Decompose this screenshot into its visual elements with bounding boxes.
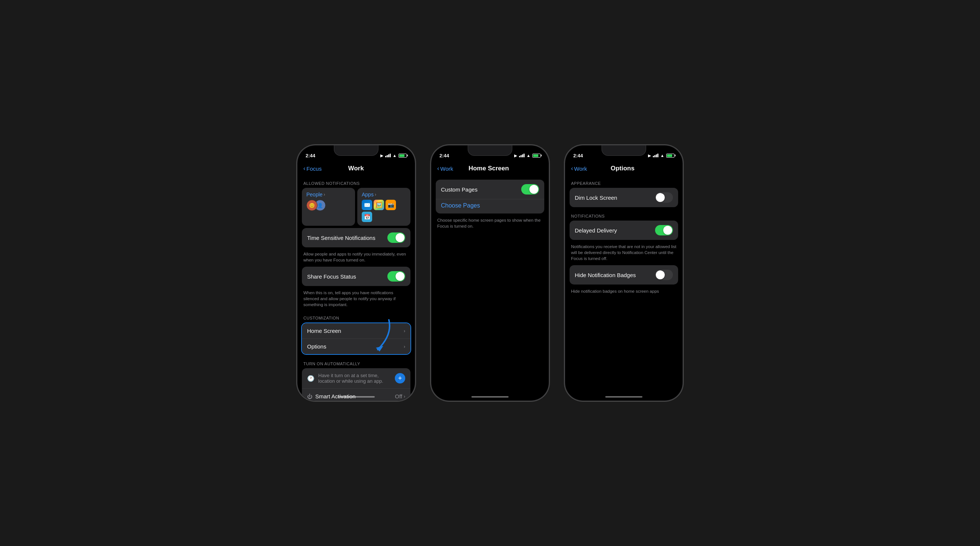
app-icons-row: ✉️ 🖼️ 📷 📅 <box>362 200 406 222</box>
share-focus-label: Share Focus Status <box>307 273 387 280</box>
avatar-1: 😊 <box>306 200 318 211</box>
iphone-3: 2:44 ▶ ▲ ‹ Work Options <box>564 145 683 401</box>
status-time-3: 2:44 <box>573 153 583 158</box>
hide-badges-label: Hide Notification Badges <box>575 272 655 278</box>
allowed-row: People › 😊 👤 Apps › ✉️ <box>302 188 410 226</box>
home-indicator-3 <box>605 396 643 398</box>
scroll-content-1[interactable]: ALLOWED NOTIFICATIONS People › 😊 👤 <box>298 177 415 401</box>
hide-badges-card: Hide Notification Badges <box>570 265 678 285</box>
back-label-1: Focus <box>306 166 321 172</box>
back-button-3[interactable]: ‹ Work <box>571 165 587 172</box>
location-icon-2: ▶ <box>514 154 517 158</box>
notifications-card: Delayed Delivery <box>570 221 678 240</box>
page-title-3: Options <box>611 165 634 172</box>
status-icons-1: ▶ ▲ <box>380 153 407 158</box>
location-icon: ▶ <box>380 154 383 158</box>
hide-badges-desc: Hide notification badges on home screen … <box>565 287 682 298</box>
people-chevron: › <box>324 192 325 197</box>
back-label-2: Work <box>440 166 453 172</box>
custom-pages-section: Custom Pages Choose Pages Choose specifi… <box>431 180 549 233</box>
dim-lock-toggle[interactable] <box>655 192 673 203</box>
share-focus-card: Share Focus Status <box>302 267 410 286</box>
smart-activation-value: Off <box>395 393 402 400</box>
status-icons-2: ▶ ▲ <box>514 153 541 158</box>
customization-card: Home Screen › Options › <box>302 323 410 354</box>
signal-icon-2 <box>519 154 525 157</box>
iphone-2: 2:44 ▶ ▲ ‹ Work Home Screen <box>431 145 549 401</box>
appearance-section: APPEARANCE Dim Lock Screen <box>565 177 682 207</box>
add-auto-button[interactable]: + <box>395 373 405 384</box>
nav-bar-3: ‹ Work Options <box>565 162 682 177</box>
share-focus-row: Share Focus Status <box>302 267 410 286</box>
time-sensitive-card: Time Sensitive Notifications <box>302 228 410 247</box>
status-time-1: 2:44 <box>305 153 315 158</box>
hide-badges-row: Hide Notification Badges <box>570 265 678 285</box>
notifications-label: NOTIFICATIONS <box>565 209 682 221</box>
custom-pages-desc: Choose specific home screen pages to sho… <box>431 216 549 233</box>
mail-app-icon: ✉️ <box>362 200 372 210</box>
custom-pages-toggle-row: Custom Pages <box>436 180 544 199</box>
iphone-1: 2:44 ▶ ▲ ‹ Focus Work ALLOWED <box>297 145 416 401</box>
back-label-3: Work <box>574 166 587 172</box>
battery-icon-2 <box>532 154 541 158</box>
battery-icon <box>399 154 407 158</box>
delayed-delivery-toggle[interactable] <box>655 225 673 236</box>
time-sensitive-row: Time Sensitive Notifications <box>302 228 410 247</box>
other-app-icon-2: 📅 <box>362 212 372 222</box>
scroll-content-3[interactable]: APPEARANCE Dim Lock Screen NOTIFICATIONS <box>565 177 682 401</box>
home-indicator-1 <box>337 396 375 398</box>
wifi-icon: ▲ <box>393 153 397 158</box>
allowed-section-label: ALLOWED NOTIFICATIONS <box>298 177 415 188</box>
signal-icon <box>385 154 391 157</box>
appearance-card: Dim Lock Screen <box>570 188 678 207</box>
status-icons-3: ▶ ▲ <box>648 153 675 158</box>
people-title: People › <box>306 191 351 197</box>
wifi-icon-2: ▲ <box>527 153 531 158</box>
smart-activation-chevron: › <box>404 394 405 399</box>
signal-icon-3 <box>653 154 659 157</box>
back-chevron-icon: ‹ <box>303 165 305 172</box>
auto-row[interactable]: 🕐 Have it turn on at a set time, locatio… <box>302 368 410 388</box>
back-button-1[interactable]: ‹ Focus <box>303 165 321 172</box>
custom-pages-card: Custom Pages Choose Pages <box>436 180 544 213</box>
smart-activation-row[interactable]: ⏻ Smart Activation Off › <box>302 388 410 401</box>
apps-title: Apps › <box>362 191 406 197</box>
time-sensitive-label: Time Sensitive Notifications <box>307 235 387 241</box>
dim-lock-row: Dim Lock Screen <box>570 188 678 207</box>
other-app-icon-1: 📷 <box>385 200 396 210</box>
time-sensitive-toggle[interactable] <box>387 232 405 243</box>
auto-section-label: TURN ON AUTOMATICALLY <box>298 357 415 368</box>
nav-bar-1: ‹ Focus Work <box>298 162 415 177</box>
status-time-2: 2:44 <box>439 153 449 158</box>
hide-badges-toggle[interactable] <box>655 270 673 280</box>
home-screen-row-item[interactable]: Home Screen › <box>302 323 410 339</box>
options-label: Options <box>307 343 404 350</box>
customization-highlight-box: Home Screen › Options › <box>301 323 411 355</box>
scroll-content-2[interactable]: Custom Pages Choose Pages Choose specifi… <box>431 177 549 401</box>
power-icon: ⏻ <box>307 393 312 400</box>
options-chevron: › <box>404 344 405 349</box>
photos-app-icon: 🖼️ <box>374 200 384 210</box>
delayed-delivery-desc: Notifications you receive that are not i… <box>565 242 682 265</box>
apps-chevron: › <box>375 192 376 197</box>
choose-pages-link[interactable]: Choose Pages <box>436 199 544 213</box>
apps-card[interactable]: Apps › ✉️ 🖼️ 📷 📅 <box>357 188 410 226</box>
options-row-item[interactable]: Options › <box>302 339 410 354</box>
nav-bar-2: ‹ Work Home Screen <box>431 162 549 177</box>
back-button-2[interactable]: ‹ Work <box>437 165 453 172</box>
auto-desc-label: Have it turn on at a set time, location … <box>318 372 391 384</box>
people-card[interactable]: People › 😊 👤 <box>302 188 355 226</box>
time-sensitive-desc: Allow people and apps to notify you imme… <box>298 250 415 267</box>
back-chevron-icon-3: ‹ <box>571 165 573 172</box>
page-title-2: Home Screen <box>468 165 509 172</box>
dim-lock-label: Dim Lock Screen <box>575 194 655 201</box>
custom-pages-toggle[interactable] <box>521 184 539 194</box>
avatars-container: 😊 👤 <box>306 200 351 211</box>
home-screen-chevron: › <box>404 328 405 334</box>
customization-section-label: CUSTOMIZATION <box>298 311 415 323</box>
location-icon-3: ▶ <box>648 154 651 158</box>
share-focus-toggle[interactable] <box>387 271 405 282</box>
home-indicator-2 <box>471 396 509 398</box>
custom-pages-label: Custom Pages <box>441 186 521 193</box>
delayed-delivery-row: Delayed Delivery <box>570 221 678 240</box>
